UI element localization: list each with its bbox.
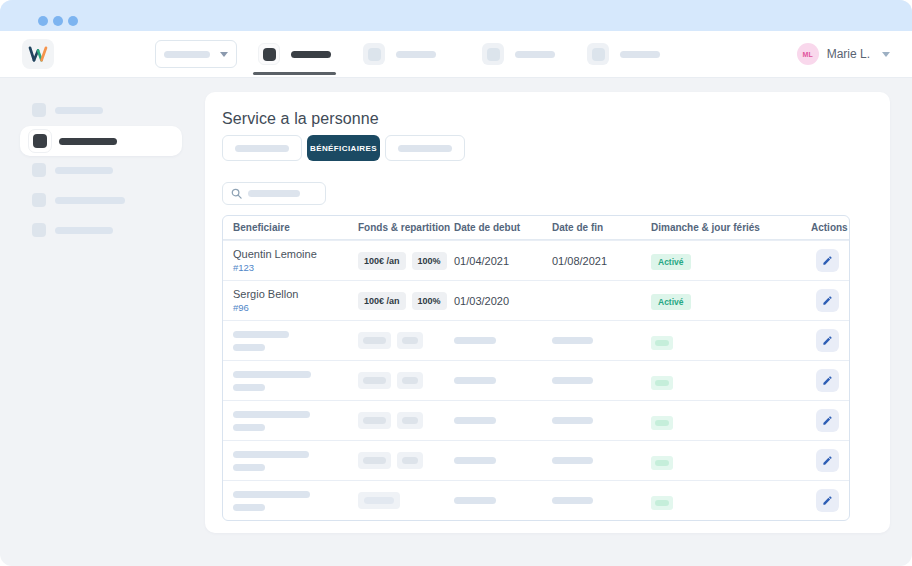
beneficiary-id[interactable]: #96 <box>233 302 358 313</box>
avatar: ML <box>797 43 819 65</box>
edit-button[interactable] <box>816 449 839 472</box>
repartition-pill: 100% <box>412 252 447 270</box>
nav-label-placeholder <box>515 51 555 58</box>
status-badge-skeleton <box>651 496 673 510</box>
sidebar-icon <box>28 129 52 153</box>
sidebar-item-1[interactable] <box>32 103 205 117</box>
nav-item-3[interactable] <box>477 31 560 77</box>
tab-label-placeholder <box>398 145 452 152</box>
sidebar-label-placeholder <box>55 167 113 174</box>
beneficiary-cell-skeleton <box>233 451 358 471</box>
col-header-actions: Actions <box>811 222 848 233</box>
table-row: Sergio Bellon #96 100€ /an 100% 01/03/20… <box>223 280 849 320</box>
nav-item-1-active[interactable] <box>253 31 336 77</box>
main-nav <box>253 31 665 77</box>
beneficiary-cell-skeleton <box>233 411 358 431</box>
sidebar-item-4[interactable] <box>32 193 205 207</box>
fonds-cell: 100€ /an 100% <box>358 252 454 270</box>
nav-label-placeholder <box>396 51 436 58</box>
edit-button[interactable] <box>816 249 839 272</box>
beneficiary-cell-skeleton <box>233 331 358 351</box>
tab-bar: BÉNÉFICIAIRES <box>222 135 873 161</box>
nav-item-2[interactable] <box>358 31 441 77</box>
col-header-date-fin: Date de fin <box>552 222 651 233</box>
table-row-skeleton <box>223 360 849 400</box>
tab-3[interactable] <box>385 135 465 161</box>
beneficiaries-table: Beneficiaire Fonds & repartition Date de… <box>222 215 850 521</box>
select-placeholder <box>164 51 210 58</box>
beneficiary-cell: Sergio Bellon #96 <box>233 288 358 313</box>
page-title: Service a la personne <box>222 110 873 128</box>
chevron-down-icon <box>882 52 890 57</box>
sidebar-icon <box>32 163 46 177</box>
sidebar-label-placeholder <box>55 197 125 204</box>
tab-1[interactable] <box>222 135 302 161</box>
chevron-down-icon <box>220 52 228 57</box>
repartition-pill: 100% <box>412 292 447 310</box>
fonds-cell-skeleton <box>358 372 454 389</box>
sidebar-label-placeholder <box>55 107 103 114</box>
actions-cell <box>811 369 839 392</box>
nav-label-placeholder <box>620 51 660 58</box>
tab-beneficiaires[interactable]: BÉNÉFICIAIRES <box>307 135 380 161</box>
pencil-icon <box>822 295 833 306</box>
worklife-logo-icon <box>28 46 48 62</box>
actions-cell <box>811 409 839 432</box>
beneficiary-id[interactable]: #123 <box>233 262 358 273</box>
edit-button[interactable] <box>816 409 839 432</box>
sidebar-label-placeholder <box>59 138 117 145</box>
date-fin: 01/08/2021 <box>552 255 651 267</box>
sidebar-icon <box>32 223 46 237</box>
pencil-icon <box>822 335 833 346</box>
col-header-date-debut: Date de debut <box>454 222 552 233</box>
pencil-icon <box>822 495 833 506</box>
sidebar <box>0 78 205 237</box>
nav-icon <box>482 43 504 65</box>
traffic-light-dot <box>68 16 78 26</box>
edit-button[interactable] <box>816 289 839 312</box>
actions-cell <box>811 289 839 312</box>
actions-cell <box>811 249 839 272</box>
date-debut: 01/04/2021 <box>454 255 552 267</box>
sidebar-item-5[interactable] <box>32 223 205 237</box>
status-badge-skeleton <box>651 376 673 390</box>
top-navbar: ML Marie L. <box>0 31 912 78</box>
fonds-cell: 100€ /an 100% <box>358 292 454 310</box>
edit-button[interactable] <box>816 369 839 392</box>
pencil-icon <box>822 375 833 386</box>
nav-item-4[interactable] <box>582 31 665 77</box>
sidebar-icon <box>32 103 46 117</box>
user-menu[interactable]: ML Marie L. <box>797 43 890 65</box>
date-debut: 01/03/2020 <box>454 295 552 307</box>
sidebar-icon <box>32 193 46 207</box>
beneficiary-cell-skeleton <box>233 371 358 391</box>
nav-label-placeholder <box>291 51 331 58</box>
status-badge-skeleton <box>651 416 673 430</box>
main-content-card: Service a la personne BÉNÉFICIAIRES Bene… <box>205 92 890 533</box>
sidebar-item-3[interactable] <box>32 163 205 177</box>
search-icon <box>231 188 242 199</box>
table-header-row: Beneficiaire Fonds & repartition Date de… <box>223 216 849 240</box>
col-header-beneficiaire: Beneficiaire <box>233 222 358 233</box>
edit-button[interactable] <box>816 329 839 352</box>
fonds-cell-skeleton <box>358 412 454 429</box>
window-controls <box>38 16 78 26</box>
pencil-icon <box>822 455 833 466</box>
navbar-select[interactable] <box>155 40 237 68</box>
table-row: Quentin Lemoine #123 100€ /an 100% 01/04… <box>223 240 849 280</box>
status-badge-skeleton <box>651 456 673 470</box>
table-row-skeleton <box>223 480 849 520</box>
nav-icon <box>587 43 609 65</box>
sidebar-label-placeholder <box>55 227 113 234</box>
fonds-amount-pill: 100€ /an <box>358 292 406 310</box>
fonds-cell-skeleton <box>358 332 454 349</box>
sidebar-item-2-active[interactable] <box>20 126 182 156</box>
app-window: ML Marie L. Service a la personne <box>0 0 912 566</box>
search-placeholder <box>248 190 300 197</box>
edit-button[interactable] <box>816 489 839 512</box>
pencil-icon <box>822 255 833 266</box>
fonds-cell-skeleton <box>358 492 454 509</box>
app-logo[interactable] <box>22 39 54 69</box>
status-badge: Activé <box>651 254 691 270</box>
search-input[interactable] <box>222 182 326 205</box>
